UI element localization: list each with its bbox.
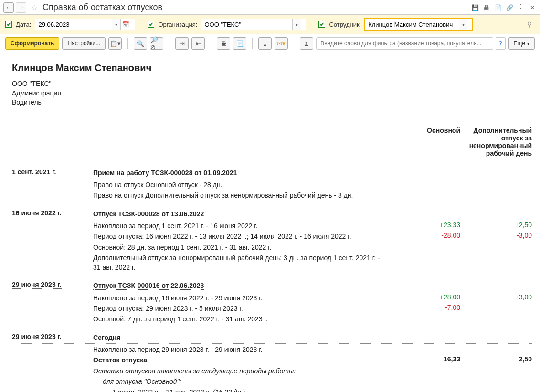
search-input[interactable] xyxy=(317,40,492,47)
date-label: Дата: xyxy=(16,21,31,28)
favorite-star-icon[interactable]: ☆ xyxy=(31,3,38,12)
balance-label: Остаток отпуска xyxy=(93,355,389,365)
search-box[interactable] xyxy=(316,37,493,50)
value-main: -28,00 xyxy=(389,232,460,241)
settings-dropdown-icon[interactable]: 📋▾ xyxy=(108,37,122,50)
employee-dropdown-icon[interactable]: ▾ xyxy=(459,19,467,30)
search-clear-icon[interactable]: 🔎⊘ xyxy=(150,37,163,50)
print-button-icon[interactable]: 🖶 xyxy=(217,37,230,50)
section-date: 1 сент. 2021 г. xyxy=(12,168,56,176)
employee-field[interactable]: ▾ xyxy=(365,19,473,30)
search-find-icon[interactable]: 🔍 xyxy=(134,37,147,50)
today-label: Сегодня xyxy=(93,333,389,342)
date-checkbox[interactable] xyxy=(5,21,12,28)
run-button-label: Сформировать xyxy=(11,40,54,47)
position-name: Водитель xyxy=(12,98,532,107)
text-line: Период отпуска: 29 июня 2023 г. - 5 июля… xyxy=(93,304,389,313)
calendar-icon[interactable]: 📅 xyxy=(120,19,131,30)
employee-name: Клинцов Максим Степанович xyxy=(12,63,532,74)
org-checkbox[interactable] xyxy=(148,21,154,28)
column-main-header: Основной xyxy=(389,127,460,157)
hire-doc-link[interactable]: Прием на работу ТСЗК-000028 от 01.09.202… xyxy=(93,169,237,177)
text-line: Основной: 28 дн. за период 1 сент. 2021 … xyxy=(93,243,389,252)
text-line: Накоплено за период 16 июня 2022 г. - 29… xyxy=(93,293,389,303)
collapse-groups-icon[interactable]: ⇤ xyxy=(191,37,205,50)
text-line: Остатки отпусков накоплены за следующие … xyxy=(93,366,389,376)
section-date: 16 июня 2022 г. xyxy=(12,209,62,217)
value-extra: -3,00 xyxy=(460,232,532,241)
org-dropdown-icon[interactable]: ▾ xyxy=(292,19,301,30)
run-button[interactable]: Сформировать xyxy=(5,37,59,50)
expand-groups-icon[interactable]: ⇥ xyxy=(175,37,189,50)
value-extra: +3,00 xyxy=(460,293,532,303)
filter-funnel-icon[interactable]: ⚲ xyxy=(527,21,535,28)
org-field[interactable]: ▾ xyxy=(201,19,306,30)
print-preview-icon[interactable]: 📃 xyxy=(233,37,246,50)
emp-label: Сотрудник: xyxy=(329,21,361,28)
link-icon[interactable]: 🔗 xyxy=(505,3,514,12)
section-date: 29 июня 2023 г. xyxy=(12,281,62,289)
emp-checkbox[interactable] xyxy=(318,21,325,28)
department-name: Администрация xyxy=(12,89,532,98)
value-main: -7,00 xyxy=(389,304,460,313)
balance-extra: 2,50 xyxy=(460,355,532,365)
text-line: для отпуска "Основной": xyxy=(93,377,389,386)
save-icon[interactable]: 💾 xyxy=(471,3,479,12)
close-icon[interactable]: ✕ xyxy=(528,3,537,12)
employee-input[interactable] xyxy=(365,19,459,30)
print-icon[interactable]: 🖶 xyxy=(482,3,491,12)
text-line: Накоплено за период 1 сент. 2021 г. - 16… xyxy=(93,221,389,231)
column-extra-header: Дополнительный отпуск за ненормированный… xyxy=(460,127,532,157)
vacation-doc-link[interactable]: Отпуск ТСЗК-000016 от 22.06.2023 xyxy=(93,282,204,290)
text-line: Накоплено за период 29 июня 2023 г. - 29… xyxy=(93,345,389,354)
value-main: +28,00 xyxy=(389,293,460,303)
section-date: 29 июня 2023 г. xyxy=(12,333,93,340)
preview-icon[interactable]: 📄 xyxy=(494,3,502,12)
date-dropdown-icon[interactable]: ▾ xyxy=(112,19,120,30)
text-line: Право на отпуск Основной отпуск - 28 дн. xyxy=(93,180,389,190)
balance-main: 16,33 xyxy=(389,355,460,365)
date-input[interactable] xyxy=(35,19,112,30)
text-line: Дополнительный отпуск за ненормированный… xyxy=(93,253,389,273)
text-line: Период отпуска: 16 июня 2022 г. - 13 июл… xyxy=(93,232,389,241)
vacation-doc-link[interactable]: Отпуск ТСЗК-000028 от 13.06.2022 xyxy=(93,210,204,218)
date-field[interactable]: ▾ 📅 xyxy=(35,19,135,30)
text-line: Право на отпуск Дополнительный отпуск за… xyxy=(93,191,389,200)
org-input[interactable] xyxy=(201,19,292,30)
more-button-label: Еще xyxy=(514,40,525,47)
value-extra: +2,50 xyxy=(460,221,532,231)
settings-button[interactable]: Настройки... xyxy=(62,37,106,50)
org-name: ООО "ТЕКС" xyxy=(12,79,532,89)
settings-button-label: Настройки... xyxy=(67,40,100,47)
text-line: 1 сент. 2022 г. - 31 авг. 2023 г. (16,33… xyxy=(93,387,389,392)
back-button[interactable]: ← xyxy=(3,2,14,13)
help-icon[interactable]: ? xyxy=(496,37,506,50)
org-label: Организация: xyxy=(158,21,197,28)
more-button[interactable]: Еще ▾ xyxy=(508,37,535,50)
save-file-icon[interactable]: ⤓ xyxy=(258,37,272,50)
text-line: Основной: 7 дн. за период 1 сент. 2022 г… xyxy=(93,314,389,324)
sum-icon[interactable]: Σ xyxy=(300,37,313,50)
window-title: Справка об остатках отпусков xyxy=(42,2,469,12)
more-menu-icon[interactable]: ⋮ xyxy=(517,3,525,12)
forward-button[interactable]: → xyxy=(16,2,26,13)
value-main: +23,33 xyxy=(389,221,460,231)
email-icon[interactable]: ✉▾ xyxy=(275,37,288,50)
